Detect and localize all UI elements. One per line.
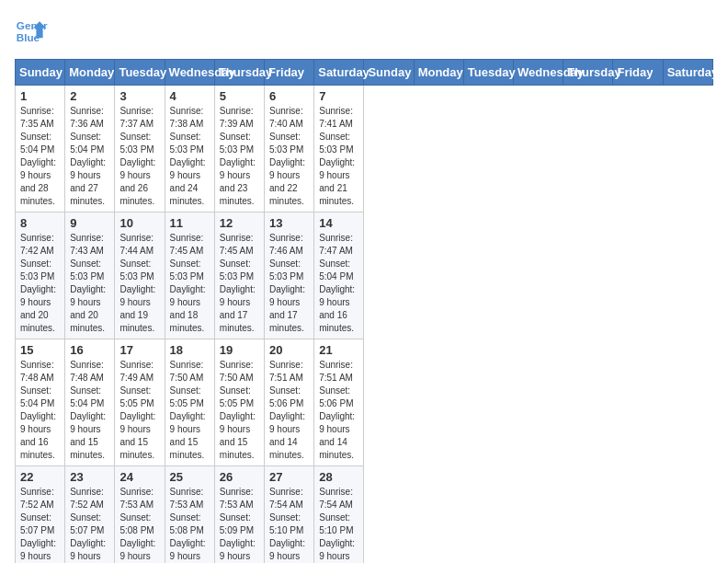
calendar-cell: 1 Sunrise: 7:35 AM Sunset: 5:04 PM Dayli…: [16, 86, 65, 213]
day-number: 14: [319, 216, 358, 230]
header-sunday: Sunday: [16, 60, 65, 86]
logo-icon: General Blue: [15, 15, 48, 48]
day-number: 2: [70, 89, 109, 103]
day-number: 19: [220, 343, 259, 357]
calendar-cell: 6 Sunrise: 7:40 AM Sunset: 5:03 PM Dayli…: [265, 86, 314, 213]
day-number: 17: [119, 343, 159, 357]
calendar-cell: 24 Sunrise: 7:53 AM Sunset: 5:08 PM Dayl…: [115, 466, 165, 564]
calendar-cell: 10 Sunrise: 7:44 AM Sunset: 5:03 PM Dayl…: [115, 213, 165, 339]
day-info: Sunrise: 7:50 AM Sunset: 5:05 PM Dayligh…: [170, 359, 210, 462]
header-tuesday: Tuesday: [115, 60, 165, 86]
day-info: Sunrise: 7:51 AM Sunset: 5:06 PM Dayligh…: [269, 359, 309, 462]
header-wednesday: Wednesday: [514, 60, 563, 86]
calendar-cell: 26 Sunrise: 7:53 AM Sunset: 5:09 PM Dayl…: [214, 466, 264, 564]
calendar-cell: 22 Sunrise: 7:52 AM Sunset: 5:07 PM Dayl…: [16, 466, 65, 564]
header-sunday: Sunday: [364, 60, 414, 86]
calendar-week-row: 1 Sunrise: 7:35 AM Sunset: 5:04 PM Dayli…: [16, 86, 713, 213]
calendar-cell: 15 Sunrise: 7:48 AM Sunset: 5:04 PM Dayl…: [16, 339, 65, 466]
day-info: Sunrise: 7:46 AM Sunset: 5:03 PM Dayligh…: [269, 232, 309, 335]
day-number: 13: [269, 216, 309, 230]
day-number: 5: [220, 89, 259, 103]
header-wednesday: Wednesday: [165, 60, 214, 86]
calendar-cell: 13 Sunrise: 7:46 AM Sunset: 5:03 PM Dayl…: [265, 213, 314, 339]
calendar-cell: 14 Sunrise: 7:47 AM Sunset: 5:04 PM Dayl…: [314, 213, 364, 339]
day-number: 28: [319, 470, 358, 484]
day-number: 22: [20, 470, 60, 484]
day-info: Sunrise: 7:37 AM Sunset: 5:03 PM Dayligh…: [119, 105, 159, 208]
calendar-week-row: 22 Sunrise: 7:52 AM Sunset: 5:07 PM Dayl…: [16, 466, 713, 564]
day-number: 21: [319, 343, 358, 357]
header-thursday: Thursday: [563, 60, 613, 86]
day-number: 9: [70, 216, 109, 230]
day-info: Sunrise: 7:53 AM Sunset: 5:08 PM Dayligh…: [119, 486, 159, 563]
day-number: 7: [319, 89, 358, 103]
header-friday: Friday: [613, 60, 663, 86]
page-header: General Blue: [15, 15, 713, 48]
day-info: Sunrise: 7:36 AM Sunset: 5:04 PM Dayligh…: [70, 105, 109, 208]
calendar-cell: 27 Sunrise: 7:54 AM Sunset: 5:10 PM Dayl…: [265, 466, 314, 564]
header-friday: Friday: [265, 60, 314, 86]
calendar-header-row: SundayMondayTuesdayWednesdayThursdayFrid…: [16, 60, 713, 86]
day-number: 16: [70, 343, 109, 357]
day-info: Sunrise: 7:50 AM Sunset: 5:05 PM Dayligh…: [220, 359, 259, 462]
calendar-cell: 9 Sunrise: 7:43 AM Sunset: 5:03 PM Dayli…: [65, 213, 115, 339]
calendar-cell: 7 Sunrise: 7:41 AM Sunset: 5:03 PM Dayli…: [314, 86, 364, 213]
header-tuesday: Tuesday: [463, 60, 513, 86]
day-number: 23: [70, 470, 109, 484]
calendar-table: SundayMondayTuesdayWednesdayThursdayFrid…: [15, 59, 713, 563]
day-number: 4: [170, 89, 210, 103]
calendar-cell: 28 Sunrise: 7:54 AM Sunset: 5:10 PM Dayl…: [314, 466, 364, 564]
day-info: Sunrise: 7:38 AM Sunset: 5:03 PM Dayligh…: [170, 105, 210, 208]
day-info: Sunrise: 7:44 AM Sunset: 5:03 PM Dayligh…: [119, 232, 159, 335]
day-info: Sunrise: 7:52 AM Sunset: 5:07 PM Dayligh…: [70, 486, 109, 563]
day-info: Sunrise: 7:39 AM Sunset: 5:03 PM Dayligh…: [220, 105, 259, 208]
day-info: Sunrise: 7:40 AM Sunset: 5:03 PM Dayligh…: [269, 105, 309, 208]
calendar-cell: 5 Sunrise: 7:39 AM Sunset: 5:03 PM Dayli…: [214, 86, 264, 213]
day-info: Sunrise: 7:54 AM Sunset: 5:10 PM Dayligh…: [319, 486, 358, 563]
day-info: Sunrise: 7:48 AM Sunset: 5:04 PM Dayligh…: [70, 359, 109, 462]
day-number: 24: [119, 470, 159, 484]
calendar-cell: 21 Sunrise: 7:51 AM Sunset: 5:06 PM Dayl…: [314, 339, 364, 466]
day-info: Sunrise: 7:41 AM Sunset: 5:03 PM Dayligh…: [319, 105, 358, 208]
day-number: 6: [269, 89, 309, 103]
calendar-cell: 2 Sunrise: 7:36 AM Sunset: 5:04 PM Dayli…: [65, 86, 115, 213]
calendar-cell: 8 Sunrise: 7:42 AM Sunset: 5:03 PM Dayli…: [16, 213, 65, 339]
day-number: 3: [119, 89, 159, 103]
calendar-week-row: 15 Sunrise: 7:48 AM Sunset: 5:04 PM Dayl…: [16, 339, 713, 466]
calendar-cell: 20 Sunrise: 7:51 AM Sunset: 5:06 PM Dayl…: [265, 339, 314, 466]
day-number: 11: [170, 216, 210, 230]
calendar-cell: 18 Sunrise: 7:50 AM Sunset: 5:05 PM Dayl…: [165, 339, 214, 466]
calendar-cell: 4 Sunrise: 7:38 AM Sunset: 5:03 PM Dayli…: [165, 86, 214, 213]
day-info: Sunrise: 7:53 AM Sunset: 5:08 PM Dayligh…: [170, 486, 210, 563]
day-info: Sunrise: 7:45 AM Sunset: 5:03 PM Dayligh…: [170, 232, 210, 335]
day-info: Sunrise: 7:48 AM Sunset: 5:04 PM Dayligh…: [20, 359, 60, 462]
day-info: Sunrise: 7:52 AM Sunset: 5:07 PM Dayligh…: [20, 486, 60, 563]
day-number: 12: [220, 216, 259, 230]
day-number: 27: [269, 470, 309, 484]
day-info: Sunrise: 7:35 AM Sunset: 5:04 PM Dayligh…: [20, 105, 60, 208]
day-info: Sunrise: 7:42 AM Sunset: 5:03 PM Dayligh…: [20, 232, 60, 335]
day-number: 18: [170, 343, 210, 357]
day-info: Sunrise: 7:45 AM Sunset: 5:03 PM Dayligh…: [220, 232, 259, 335]
day-number: 1: [20, 89, 60, 103]
day-info: Sunrise: 7:43 AM Sunset: 5:03 PM Dayligh…: [70, 232, 109, 335]
day-number: 8: [20, 216, 60, 230]
day-info: Sunrise: 7:49 AM Sunset: 5:05 PM Dayligh…: [119, 359, 159, 462]
header-saturday: Saturday: [314, 60, 364, 86]
header-saturday: Saturday: [663, 60, 712, 86]
day-number: 20: [269, 343, 309, 357]
logo: General Blue: [15, 15, 51, 48]
day-number: 26: [220, 470, 259, 484]
day-number: 10: [119, 216, 159, 230]
calendar-cell: 12 Sunrise: 7:45 AM Sunset: 5:03 PM Dayl…: [214, 213, 264, 339]
day-info: Sunrise: 7:53 AM Sunset: 5:09 PM Dayligh…: [220, 486, 259, 563]
day-number: 15: [20, 343, 60, 357]
header-monday: Monday: [414, 60, 463, 86]
day-info: Sunrise: 7:47 AM Sunset: 5:04 PM Dayligh…: [319, 232, 358, 335]
day-info: Sunrise: 7:51 AM Sunset: 5:06 PM Dayligh…: [319, 359, 358, 462]
header-thursday: Thursday: [214, 60, 264, 86]
calendar-cell: 11 Sunrise: 7:45 AM Sunset: 5:03 PM Dayl…: [165, 213, 214, 339]
calendar-cell: 17 Sunrise: 7:49 AM Sunset: 5:05 PM Dayl…: [115, 339, 165, 466]
calendar-cell: 25 Sunrise: 7:53 AM Sunset: 5:08 PM Dayl…: [165, 466, 214, 564]
calendar-cell: 19 Sunrise: 7:50 AM Sunset: 5:05 PM Dayl…: [214, 339, 264, 466]
